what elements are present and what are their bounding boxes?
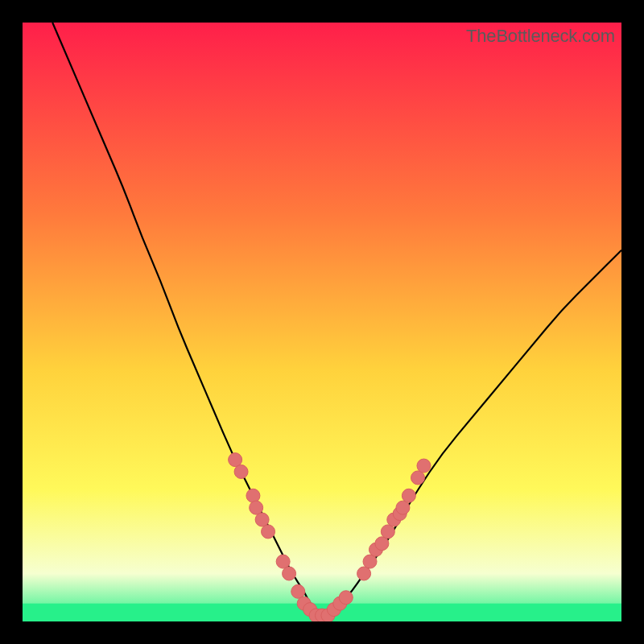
curve-marker	[283, 567, 296, 580]
curve-marker	[250, 501, 263, 514]
curve-marker	[291, 584, 305, 598]
curve-marker	[276, 555, 290, 568]
curve-marker	[357, 567, 371, 580]
curve-marker	[262, 525, 275, 539]
curve-marker	[375, 537, 389, 551]
curve-marker	[246, 489, 260, 502]
bottleneck-chart	[23, 23, 621, 621]
curve-marker	[234, 465, 248, 479]
watermark-text: TheBottleneck.com	[466, 26, 615, 47]
curve-marker	[339, 591, 353, 605]
curve-marker	[396, 501, 410, 514]
chart-frame: TheBottleneck.com	[23, 23, 621, 621]
curve-marker	[229, 453, 242, 467]
curve-marker	[402, 489, 415, 502]
gradient-background	[23, 23, 621, 621]
curve-marker	[417, 459, 431, 473]
curve-marker	[411, 471, 425, 485]
curve-marker	[381, 525, 394, 539]
curve-marker	[255, 513, 269, 526]
curve-marker	[363, 555, 377, 568]
